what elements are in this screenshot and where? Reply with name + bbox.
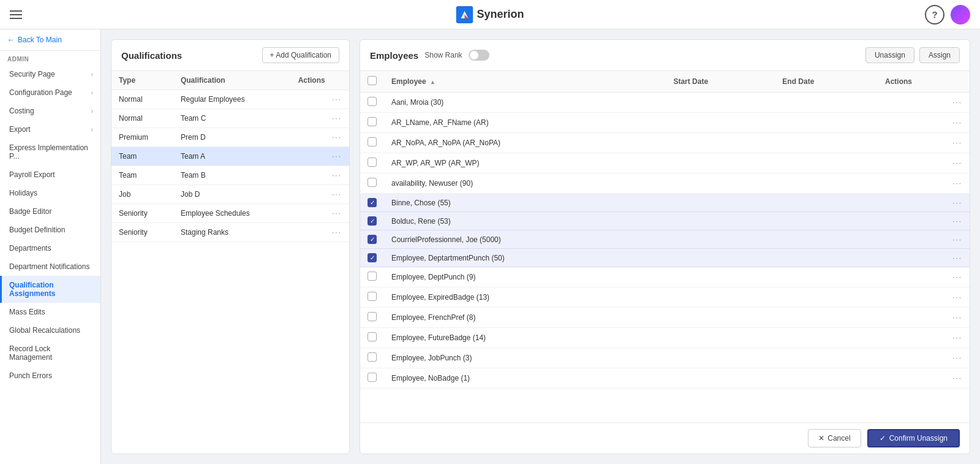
cancel-button[interactable]: ✕ Cancel (808, 429, 861, 447)
employee-checkbox[interactable] (368, 97, 377, 106)
employee-checkbox[interactable] (368, 373, 377, 382)
employee-checkbox[interactable] (368, 178, 377, 187)
table-row[interactable]: Seniority Staging Ranks ··· (111, 223, 349, 242)
table-row[interactable]: Employee, NoBadge (1) ··· (360, 368, 970, 389)
table-row[interactable]: Team Team A ··· (111, 147, 349, 166)
sidebar-item-badge-editor[interactable]: Badge Editor (0, 202, 100, 221)
emp-end-date (775, 328, 878, 348)
employee-checkbox[interactable] (368, 198, 377, 207)
emp-actions[interactable]: ··· (878, 328, 970, 348)
back-to-main[interactable]: ← Back To Main (0, 29, 100, 51)
select-all-checkbox[interactable] (368, 76, 377, 85)
emp-actions[interactable]: ··· (878, 212, 970, 230)
table-row[interactable]: Normal Regular Employees ··· (111, 90, 349, 109)
emp-actions[interactable]: ··· (878, 230, 970, 249)
unassign-button[interactable]: Unassign (865, 47, 914, 63)
emp-col-actions: Actions (878, 71, 970, 93)
employee-checkbox[interactable] (368, 235, 377, 244)
emp-actions[interactable]: ··· (878, 93, 970, 113)
sidebar-item-express-impl[interactable]: Express Implementation P... (0, 139, 100, 165)
qual-actions[interactable]: ··· (291, 223, 349, 242)
sidebar-item-export[interactable]: Export› (0, 120, 100, 139)
employee-checkbox[interactable] (368, 332, 377, 341)
qual-actions[interactable]: ··· (291, 147, 349, 166)
employee-checkbox[interactable] (368, 158, 377, 167)
sidebar-item-security-page[interactable]: Security Page› (0, 65, 100, 83)
employee-checkbox[interactable] (368, 272, 377, 281)
qual-actions[interactable]: ··· (291, 185, 349, 204)
emp-end-date (775, 249, 878, 267)
table-row[interactable]: Bolduc, Rene (53) ··· (360, 212, 970, 230)
table-row[interactable]: Employee, JobPunch (3) ··· (360, 348, 970, 368)
sidebar-item-qualification-assignments[interactable]: Qualification Assignments (0, 276, 100, 303)
emp-actions[interactable]: ··· (878, 308, 970, 328)
qualifications-panel: Qualifications + Add Qualification Type … (111, 39, 350, 454)
sidebar-item-global-recalculations[interactable]: Global Recalculations (0, 321, 100, 340)
table-row[interactable]: Employee, DeptartmentPunch (50) ··· (360, 249, 970, 267)
employee-checkbox[interactable] (368, 137, 377, 146)
qual-name: Employee Schedules (173, 204, 291, 223)
employees-footer: ✕ Cancel ✓ Confirm Unassign (360, 422, 970, 454)
show-rank-toggle[interactable] (469, 50, 489, 61)
emp-actions[interactable]: ··· (878, 287, 970, 308)
confirm-unassign-button[interactable]: ✓ Confirm Unassign (867, 429, 960, 447)
table-row[interactable]: Normal Team C ··· (111, 109, 349, 128)
table-row[interactable]: Team Team B ··· (111, 166, 349, 185)
table-row[interactable]: Seniority Employee Schedules ··· (111, 204, 349, 223)
table-row[interactable]: AR_NoPA, AR_NoPA (AR_NoPA) ··· (360, 133, 970, 153)
table-row[interactable]: Aani, Mroia (30) ··· (360, 93, 970, 113)
table-row[interactable]: Employee, FutureBadge (14) ··· (360, 328, 970, 348)
qual-actions[interactable]: ··· (291, 109, 349, 128)
avatar[interactable] (951, 5, 970, 25)
employee-checkbox[interactable] (368, 292, 377, 301)
emp-actions[interactable]: ··· (878, 153, 970, 173)
sidebar-item-payroll-export[interactable]: Payroll Export (0, 165, 100, 184)
sidebar-item-mass-edits[interactable]: Mass Edits (0, 303, 100, 321)
help-button[interactable]: ? (925, 5, 944, 25)
qual-actions[interactable]: ··· (291, 204, 349, 223)
table-row[interactable]: Employee, FrenchPref (8) ··· (360, 308, 970, 328)
table-row[interactable]: Employee, DeptPunch (9) ··· (360, 267, 970, 287)
sidebar-item-record-lock-management[interactable]: Record Lock Management (0, 340, 100, 367)
emp-actions[interactable]: ··· (878, 173, 970, 194)
emp-actions[interactable]: ··· (878, 113, 970, 133)
emp-actions[interactable]: ··· (878, 368, 970, 389)
emp-name: AR_NoPA, AR_NoPA (AR_NoPA) (384, 133, 666, 153)
sidebar-item-punch-errors[interactable]: Punch Errors (0, 367, 100, 385)
emp-actions[interactable]: ··· (878, 133, 970, 153)
emp-checkbox-cell (360, 212, 384, 230)
sidebar-item-departments[interactable]: Departments (0, 239, 100, 257)
sidebar-item-costing[interactable]: Costing› (0, 102, 100, 120)
emp-actions[interactable]: ··· (878, 249, 970, 267)
employee-checkbox[interactable] (368, 312, 377, 321)
qual-name: Regular Employees (173, 90, 291, 109)
table-row[interactable]: Binne, Chose (55) ··· (360, 194, 970, 212)
table-row[interactable]: Employee, ExpiredBadge (13) ··· (360, 287, 970, 308)
emp-actions[interactable]: ··· (878, 267, 970, 287)
menu-icon[interactable] (10, 8, 22, 21)
table-row[interactable]: Premium Prem D ··· (111, 128, 349, 147)
table-row[interactable]: AR_WP, AR_WP (AR_WP) ··· (360, 153, 970, 173)
sidebar-item-holidays[interactable]: Holidays (0, 184, 100, 202)
table-row[interactable]: CourrielProfessionnel, Joe (5000) ··· (360, 230, 970, 249)
employee-checkbox[interactable] (368, 216, 377, 226)
employee-checkbox[interactable] (368, 117, 377, 126)
qual-actions[interactable]: ··· (291, 166, 349, 185)
emp-end-date (775, 348, 878, 368)
table-row[interactable]: AR_LName, AR_FName (AR) ··· (360, 113, 970, 133)
emp-name: Bolduc, Rene (53) (384, 212, 666, 230)
sidebar-item-label: Punch Errors (9, 371, 52, 380)
qual-actions[interactable]: ··· (291, 90, 349, 109)
table-row[interactable]: Job Job D ··· (111, 185, 349, 204)
employee-checkbox[interactable] (368, 253, 377, 262)
assign-button[interactable]: Assign (919, 47, 960, 63)
qual-actions[interactable]: ··· (291, 128, 349, 147)
sidebar-item-department-notifications[interactable]: Department Notifications (0, 257, 100, 276)
table-row[interactable]: availability, Newuser (90) ··· (360, 173, 970, 194)
employee-checkbox[interactable] (368, 352, 377, 362)
emp-actions[interactable]: ··· (878, 348, 970, 368)
sidebar-item-budget-definition[interactable]: Budget Definition (0, 221, 100, 239)
sidebar-item-configuration-page[interactable]: Configuration Page› (0, 83, 100, 102)
emp-actions[interactable]: ··· (878, 194, 970, 212)
add-qualification-button[interactable]: + Add Qualification (262, 47, 339, 63)
